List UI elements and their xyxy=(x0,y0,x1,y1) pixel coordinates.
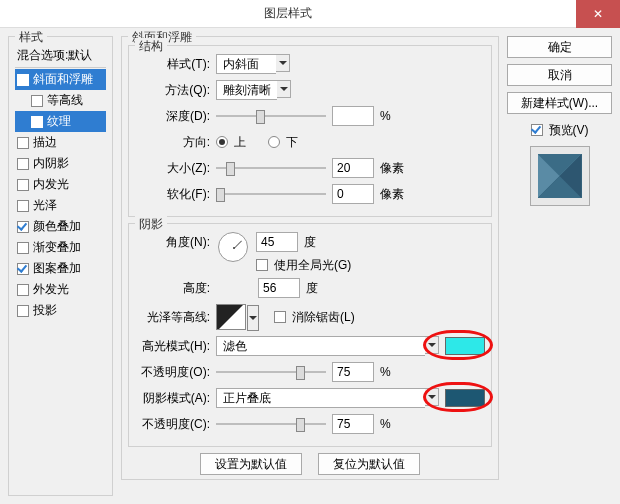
structure-legend: 结构 xyxy=(135,38,167,55)
close-button[interactable]: ✕ xyxy=(576,0,620,28)
angle-input[interactable] xyxy=(256,232,298,252)
style-checkbox[interactable] xyxy=(17,158,29,170)
gloss-contour-row: 光泽等高线: 消除锯齿(L) xyxy=(135,304,485,330)
highlight-mode-select[interactable]: 滤色 xyxy=(216,336,439,356)
global-light-checkbox[interactable] xyxy=(256,259,268,271)
soften-slider[interactable] xyxy=(216,186,326,202)
action-panel: 确定 取消 新建样式(W)... 预览(V) xyxy=(507,36,612,496)
soften-label: 软化(F): xyxy=(135,186,210,203)
altitude-input[interactable] xyxy=(258,278,300,298)
chevron-down-icon xyxy=(425,388,439,406)
styles-panel: 样式 混合选项:默认 斜面和浮雕等高线纹理描边内阴影内发光光泽颜色叠加渐变叠加图… xyxy=(8,36,113,496)
style-item-10[interactable]: 外发光 xyxy=(15,279,106,300)
style-checkbox[interactable] xyxy=(17,179,29,191)
highlight-opacity-slider[interactable] xyxy=(216,364,326,380)
soften-unit: 像素 xyxy=(380,186,404,203)
blend-options-item[interactable]: 混合选项:默认 xyxy=(15,45,106,68)
antialias-label: 消除锯齿(L) xyxy=(292,309,355,326)
ok-button[interactable]: 确定 xyxy=(507,36,612,58)
style-item-label: 颜色叠加 xyxy=(33,218,81,235)
depth-unit: % xyxy=(380,109,391,123)
style-checkbox[interactable] xyxy=(17,305,29,317)
chevron-down-icon xyxy=(277,80,291,98)
direction-up-radio[interactable] xyxy=(216,136,228,148)
settings-panel: 斜面和浮雕 结构 样式(T): 内斜面 方法(Q): 雕刻清晰 深度(D): xyxy=(121,36,499,496)
style-item-label: 外发光 xyxy=(33,281,69,298)
shadow-color-swatch[interactable] xyxy=(445,389,485,407)
highlight-mode-value: 滤色 xyxy=(216,336,425,356)
style-select[interactable]: 内斜面 xyxy=(216,54,290,74)
shadow-opacity-input[interactable] xyxy=(332,414,374,434)
highlight-mode-row: 高光模式(H): 滤色 xyxy=(135,336,485,356)
angle-unit: 度 xyxy=(304,234,316,251)
style-item-2[interactable]: 纹理 xyxy=(15,111,106,132)
gloss-contour-label: 光泽等高线: xyxy=(135,309,210,326)
style-item-label: 图案叠加 xyxy=(33,260,81,277)
chevron-down-icon xyxy=(247,305,259,331)
bevel-groupbox: 斜面和浮雕 结构 样式(T): 内斜面 方法(Q): 雕刻清晰 深度(D): xyxy=(121,36,499,480)
style-item-label: 光泽 xyxy=(33,197,57,214)
highlight-opacity-input[interactable] xyxy=(332,362,374,382)
chevron-down-icon xyxy=(425,336,439,354)
direction-down-radio[interactable] xyxy=(268,136,280,148)
style-item-0[interactable]: 斜面和浮雕 xyxy=(15,69,106,90)
shadow-opacity-row: 不透明度(C): % xyxy=(135,414,485,434)
style-checkbox[interactable] xyxy=(17,242,29,254)
styles-legend: 样式 xyxy=(15,29,47,46)
style-checkbox[interactable] xyxy=(17,137,29,149)
style-item-9[interactable]: 图案叠加 xyxy=(15,258,106,279)
default-buttons-row: 设置为默认值 复位为默认值 xyxy=(128,453,492,475)
style-checkbox[interactable] xyxy=(31,95,43,107)
size-input[interactable] xyxy=(332,158,374,178)
style-item-label: 内发光 xyxy=(33,176,69,193)
antialias-checkbox[interactable] xyxy=(274,311,286,323)
style-checkbox[interactable] xyxy=(17,284,29,296)
highlight-opacity-label: 不透明度(O): xyxy=(135,364,210,381)
direction-label: 方向: xyxy=(135,134,210,151)
style-item-3[interactable]: 描边 xyxy=(15,132,106,153)
style-item-4[interactable]: 内阴影 xyxy=(15,153,106,174)
blend-options-label: 混合选项:默认 xyxy=(17,47,92,64)
shadow-mode-select[interactable]: 正片叠底 xyxy=(216,388,439,408)
highlight-color-swatch[interactable] xyxy=(445,337,485,355)
depth-input[interactable] xyxy=(332,106,374,126)
soften-input[interactable] xyxy=(332,184,374,204)
highlight-mode-label: 高光模式(H): xyxy=(135,338,210,355)
style-checkbox[interactable] xyxy=(17,200,29,212)
style-item-label: 渐变叠加 xyxy=(33,239,81,256)
style-checkbox[interactable] xyxy=(17,221,29,233)
angle-dial[interactable] xyxy=(218,232,248,262)
size-slider[interactable] xyxy=(216,160,326,176)
angle-label: 角度(N): xyxy=(135,232,210,251)
gloss-contour-picker[interactable] xyxy=(216,304,246,330)
cancel-button[interactable]: 取消 xyxy=(507,64,612,86)
shadow-opacity-label: 不透明度(C): xyxy=(135,416,210,433)
reset-default-button[interactable]: 复位为默认值 xyxy=(318,453,420,475)
size-row: 大小(Z): 像素 xyxy=(135,158,485,178)
style-row: 样式(T): 内斜面 xyxy=(135,54,485,74)
technique-row: 方法(Q): 雕刻清晰 xyxy=(135,80,485,100)
preview-checkbox[interactable] xyxy=(531,124,543,136)
style-item-8[interactable]: 渐变叠加 xyxy=(15,237,106,258)
pct-unit: % xyxy=(380,417,391,431)
depth-row: 深度(D): % xyxy=(135,106,485,126)
style-value: 内斜面 xyxy=(216,54,276,74)
style-item-1[interactable]: 等高线 xyxy=(15,90,106,111)
depth-slider[interactable] xyxy=(216,108,326,124)
new-style-button[interactable]: 新建样式(W)... xyxy=(507,92,612,114)
make-default-button[interactable]: 设置为默认值 xyxy=(200,453,302,475)
style-checkbox[interactable] xyxy=(17,74,29,86)
shadow-opacity-slider[interactable] xyxy=(216,416,326,432)
style-checkbox[interactable] xyxy=(31,116,43,128)
style-item-7[interactable]: 颜色叠加 xyxy=(15,216,106,237)
style-label: 样式(T): xyxy=(135,56,210,73)
dialog-content: 样式 混合选项:默认 斜面和浮雕等高线纹理描边内阴影内发光光泽颜色叠加渐变叠加图… xyxy=(0,28,620,504)
style-item-11[interactable]: 投影 xyxy=(15,300,106,321)
style-item-5[interactable]: 内发光 xyxy=(15,174,106,195)
shadow-mode-label: 阴影模式(A): xyxy=(135,390,210,407)
technique-select[interactable]: 雕刻清晰 xyxy=(216,80,291,100)
style-item-6[interactable]: 光泽 xyxy=(15,195,106,216)
shading-legend: 阴影 xyxy=(135,216,167,233)
shadow-mode-value: 正片叠底 xyxy=(216,388,425,408)
style-checkbox[interactable] xyxy=(17,263,29,275)
